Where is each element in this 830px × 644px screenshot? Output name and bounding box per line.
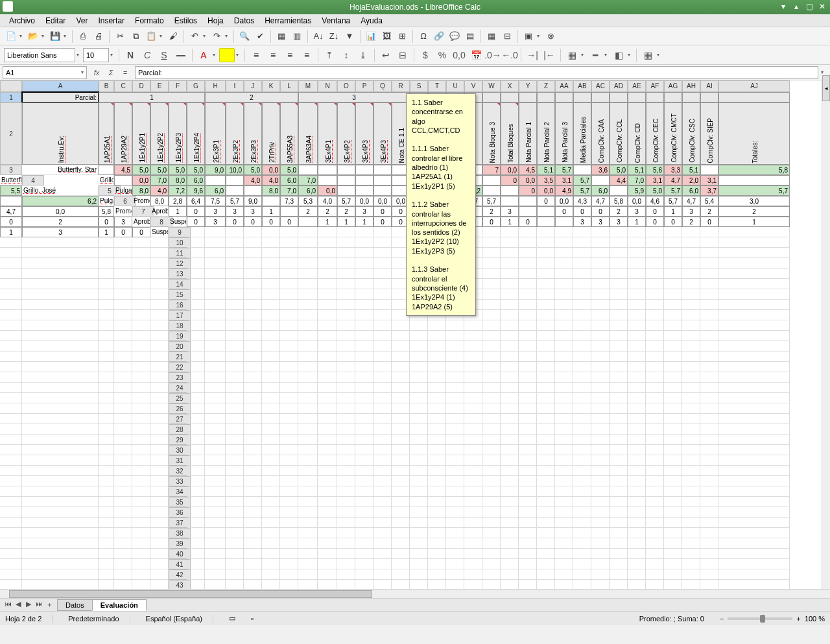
empty-cell[interactable] xyxy=(464,331,482,341)
col-header-AH[interactable]: AH xyxy=(682,80,700,92)
empty-cell[interactable] xyxy=(519,528,537,538)
empty-cell[interactable] xyxy=(22,435,99,445)
empty-cell[interactable] xyxy=(482,237,501,248)
empty-cell[interactable] xyxy=(537,341,555,352)
empty-cell[interactable] xyxy=(392,569,410,580)
empty-cell[interactable] xyxy=(410,403,428,414)
align-justify-icon[interactable]: ≡ xyxy=(299,48,314,62)
empty-cell[interactable] xyxy=(205,341,226,352)
empty-cell[interactable] xyxy=(628,538,646,549)
data-cell[interactable]: 4,0 xyxy=(262,175,280,185)
empty-cell[interactable] xyxy=(537,424,555,435)
empty-cell[interactable] xyxy=(99,372,114,383)
empty-cell[interactable] xyxy=(226,237,244,248)
data-cell[interactable]: 4,7 xyxy=(664,175,682,185)
empty-cell[interactable] xyxy=(555,383,573,393)
summary-cell[interactable]: 0 xyxy=(537,196,555,206)
empty-cell[interactable] xyxy=(187,466,205,476)
empty-cell[interactable] xyxy=(646,476,664,486)
empty-cell[interactable] xyxy=(22,538,99,549)
empty-cell[interactable] xyxy=(501,320,519,331)
empty-cell[interactable] xyxy=(446,518,464,528)
empty-cell[interactable] xyxy=(628,414,646,424)
empty-cell[interactable] xyxy=(519,455,537,466)
col-header-AE[interactable]: AE xyxy=(628,80,646,92)
empty-cell[interactable] xyxy=(537,352,555,362)
empty-cell[interactable] xyxy=(700,569,718,580)
empty-cell[interactable] xyxy=(337,549,355,559)
summary-cell[interactable]: 1 xyxy=(262,206,280,217)
menu-estilos[interactable]: Estilos xyxy=(169,15,202,27)
empty-cell[interactable] xyxy=(205,424,226,435)
formula-input[interactable]: Parcial: xyxy=(135,66,818,79)
sheet-tab-evaluación[interactable]: Evaluación xyxy=(92,599,147,611)
empty-cell[interactable] xyxy=(244,538,262,549)
empty-cell[interactable] xyxy=(150,237,169,248)
summary-cell[interactable] xyxy=(298,217,318,227)
empty-cell[interactable] xyxy=(519,549,537,559)
empty-cell[interactable] xyxy=(482,289,501,300)
empty-cell[interactable] xyxy=(573,569,591,580)
empty-cell[interactable] xyxy=(537,580,555,589)
summary-cell[interactable]: 0 xyxy=(262,217,280,227)
empty-cell[interactable] xyxy=(374,486,392,497)
empty-cell[interactable] xyxy=(374,497,392,507)
empty-cell[interactable] xyxy=(555,310,573,320)
empty-cell[interactable] xyxy=(646,580,664,589)
empty-cell[interactable] xyxy=(428,435,446,445)
empty-cell[interactable] xyxy=(132,289,150,300)
empty-cell[interactable] xyxy=(298,466,318,476)
student-name-right[interactable]: Pulgarcito, Pepito xyxy=(99,196,114,206)
empty-cell[interactable] xyxy=(337,414,355,424)
empty-cell[interactable] xyxy=(298,352,318,362)
empty-cell[interactable] xyxy=(355,403,374,414)
empty-cell[interactable] xyxy=(610,569,628,580)
empty-cell[interactable] xyxy=(374,331,392,341)
empty-cell[interactable] xyxy=(150,383,169,393)
empty-cell[interactable] xyxy=(501,258,519,268)
fx-button[interactable]: fx xyxy=(89,66,104,79)
summary-label-right[interactable]: Suspensos: xyxy=(150,227,169,237)
empty-cell[interactable] xyxy=(337,289,355,300)
empty-cell[interactable] xyxy=(132,455,150,466)
empty-cell[interactable] xyxy=(22,362,99,372)
empty-cell[interactable] xyxy=(337,300,355,310)
summary-cell[interactable]: 4,3 xyxy=(573,196,591,206)
empty-cell[interactable] xyxy=(700,435,718,445)
menu-datos[interactable]: Datos xyxy=(229,15,259,27)
data-cell[interactable] xyxy=(337,175,355,185)
menu-editar[interactable]: Editar xyxy=(40,15,71,27)
empty-cell[interactable] xyxy=(150,538,169,549)
empty-cell[interactable] xyxy=(591,580,610,589)
empty-cell[interactable] xyxy=(664,362,682,372)
empty-cell[interactable] xyxy=(262,268,280,279)
empty-cell[interactable] xyxy=(114,580,132,589)
data-cell[interactable]: 9,0 xyxy=(205,165,226,175)
empty-cell[interactable] xyxy=(337,279,355,289)
empty-cell[interactable] xyxy=(22,393,99,403)
summary-cell[interactable]: 1 xyxy=(718,217,790,227)
data-cell[interactable]: 10,0 xyxy=(226,165,244,175)
empty-cell[interactable] xyxy=(355,268,374,279)
data-cell[interactable] xyxy=(374,175,392,185)
empty-cell[interactable] xyxy=(226,372,244,383)
data-cell[interactable]: 5,0 xyxy=(610,165,628,175)
empty-cell[interactable] xyxy=(262,383,280,393)
empty-cell[interactable] xyxy=(132,569,150,580)
empty-cell[interactable] xyxy=(573,549,591,559)
empty-cell[interactable] xyxy=(464,383,482,393)
empty-cell[interactable] xyxy=(392,445,410,455)
empty-cell[interactable] xyxy=(374,383,392,393)
empty-cell[interactable] xyxy=(519,289,537,300)
empty-cell[interactable] xyxy=(226,341,244,352)
empty-cell[interactable] xyxy=(22,258,99,268)
empty-cell[interactable] xyxy=(280,455,298,466)
data-cell[interactable] xyxy=(700,165,718,175)
empty-cell[interactable] xyxy=(150,580,169,589)
empty-cell[interactable] xyxy=(355,341,374,352)
empty-cell[interactable] xyxy=(374,445,392,455)
empty-cell[interactable] xyxy=(682,424,700,435)
empty-cell[interactable] xyxy=(591,538,610,549)
empty-cell[interactable] xyxy=(244,486,262,497)
empty-cell[interactable] xyxy=(591,237,610,248)
